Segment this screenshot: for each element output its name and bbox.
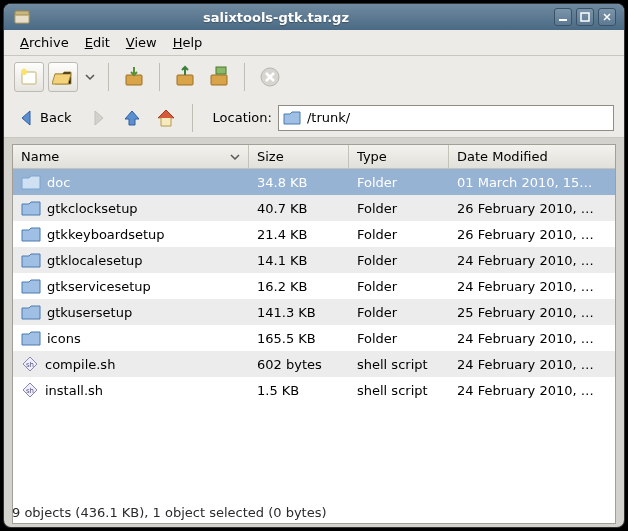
back-button[interactable]: Back: [14, 105, 78, 131]
open-archive-button[interactable]: [48, 62, 78, 92]
file-type: shell script: [349, 383, 449, 398]
table-row[interactable]: gtkusersetup141.3 KBFolder25 February 20…: [13, 299, 615, 325]
menu-edit[interactable]: Edit: [77, 32, 118, 53]
titlebar[interactable]: salixtools-gtk.tar.gz: [4, 4, 624, 30]
file-type: Folder: [349, 227, 449, 242]
file-date: 25 February 2010, …: [449, 305, 615, 320]
svg-text:sh: sh: [26, 361, 34, 369]
statusbar: 9 objects (436.1 KB), 1 object selected …: [12, 501, 616, 523]
file-size: 1.5 KB: [249, 383, 349, 398]
column-type[interactable]: Type: [349, 145, 449, 168]
location-path: /trunk/: [307, 110, 350, 125]
folder-icon: [21, 252, 41, 268]
file-pane: Name Size Type Date Modified doc34.8 KBF…: [12, 144, 616, 524]
location-bar: Back Location: /trunk/: [4, 98, 624, 138]
location-field[interactable]: /trunk/: [278, 105, 614, 131]
table-row[interactable]: icons165.5 KBFolder24 February 2010, …: [13, 325, 615, 351]
separator: [244, 63, 245, 91]
status-text: 9 objects (436.1 KB), 1 object selected …: [12, 505, 327, 520]
folder-icon: [21, 278, 41, 294]
folder-icon: [21, 200, 41, 216]
separator: [108, 63, 109, 91]
forward-button[interactable]: [84, 104, 112, 132]
maximize-button[interactable]: [576, 8, 594, 26]
menu-archive[interactable]: Archive: [12, 32, 77, 53]
file-date: 24 February 2010, …: [449, 253, 615, 268]
folder-icon: [283, 111, 301, 125]
file-name: gtkservicesetup: [47, 279, 151, 294]
file-date: 24 February 2010, …: [449, 383, 615, 398]
folder-icon: [21, 330, 41, 346]
new-archive-button[interactable]: [14, 62, 44, 92]
table-row[interactable]: gtkclocksetup40.7 KBFolder26 February 20…: [13, 195, 615, 221]
back-label: Back: [40, 110, 72, 125]
separator: [192, 104, 193, 132]
file-date: 26 February 2010, …: [449, 201, 615, 216]
file-date: 24 February 2010, …: [449, 279, 615, 294]
folder-icon: [21, 174, 41, 190]
add-folder-button[interactable]: [204, 62, 234, 92]
file-name: gtklocalesetup: [47, 253, 143, 268]
file-name: doc: [47, 175, 70, 190]
table-row[interactable]: gtklocalesetup14.1 KBFolder24 February 2…: [13, 247, 615, 273]
minimize-button[interactable]: [554, 8, 572, 26]
file-size: 141.3 KB: [249, 305, 349, 320]
file-type: Folder: [349, 305, 449, 320]
window-frame: salixtools-gtk.tar.gz Archive Edit View …: [4, 4, 624, 527]
svg-text:sh: sh: [26, 387, 34, 395]
svg-rect-2: [559, 19, 567, 21]
menubar: Archive Edit View Help: [4, 30, 624, 56]
toolbar: [4, 56, 624, 98]
menu-view[interactable]: View: [118, 32, 165, 53]
column-headers: Name Size Type Date Modified: [13, 145, 615, 169]
window-title: salixtools-gtk.tar.gz: [38, 10, 554, 25]
extract-button[interactable]: [119, 62, 149, 92]
svg-point-5: [21, 69, 27, 75]
table-row[interactable]: gtkservicesetup16.2 KBFolder24 February …: [13, 273, 615, 299]
open-dropdown[interactable]: [82, 72, 98, 82]
file-type: Folder: [349, 279, 449, 294]
svg-rect-3: [581, 13, 589, 21]
svg-rect-6: [126, 75, 142, 85]
file-name: install.sh: [45, 383, 103, 398]
table-row[interactable]: shcompile.sh602 bytesshell script24 Febr…: [13, 351, 615, 377]
svg-rect-8: [211, 75, 227, 85]
file-name: compile.sh: [45, 357, 115, 372]
file-size: 602 bytes: [249, 357, 349, 372]
file-date: 24 February 2010, …: [449, 357, 615, 372]
folder-icon: [21, 304, 41, 320]
file-type: Folder: [349, 201, 449, 216]
svg-rect-1: [15, 11, 29, 15]
add-files-button[interactable]: [170, 62, 200, 92]
separator: [159, 63, 160, 91]
file-date: 24 February 2010, …: [449, 331, 615, 346]
file-rows: doc34.8 KBFolder01 March 2010, 15…gtkclo…: [13, 169, 615, 403]
column-date[interactable]: Date Modified: [449, 145, 615, 168]
file-size: 21.4 KB: [249, 227, 349, 242]
stop-button[interactable]: [255, 62, 285, 92]
column-size[interactable]: Size: [249, 145, 349, 168]
window-controls: [554, 8, 616, 26]
file-date: 01 March 2010, 15…: [449, 175, 615, 190]
file-type: shell script: [349, 357, 449, 372]
table-row[interactable]: doc34.8 KBFolder01 March 2010, 15…: [13, 169, 615, 195]
file-name: gtkusersetup: [47, 305, 132, 320]
file-type: Folder: [349, 253, 449, 268]
menu-help[interactable]: Help: [165, 32, 211, 53]
svg-rect-9: [216, 67, 226, 74]
table-row[interactable]: gtkkeyboardsetup21.4 KBFolder26 February…: [13, 221, 615, 247]
script-icon: sh: [21, 381, 39, 399]
home-button[interactable]: [152, 104, 180, 132]
close-button[interactable]: [598, 8, 616, 26]
file-type: Folder: [349, 331, 449, 346]
folder-icon: [21, 226, 41, 242]
table-row[interactable]: shinstall.sh1.5 KBshell script24 Februar…: [13, 377, 615, 403]
up-button[interactable]: [118, 104, 146, 132]
sort-indicator-icon: [230, 152, 240, 162]
file-size: 165.5 KB: [249, 331, 349, 346]
column-name[interactable]: Name: [13, 145, 249, 168]
location-label: Location:: [213, 110, 272, 125]
file-name: gtkkeyboardsetup: [47, 227, 165, 242]
file-type: Folder: [349, 175, 449, 190]
file-size: 40.7 KB: [249, 201, 349, 216]
